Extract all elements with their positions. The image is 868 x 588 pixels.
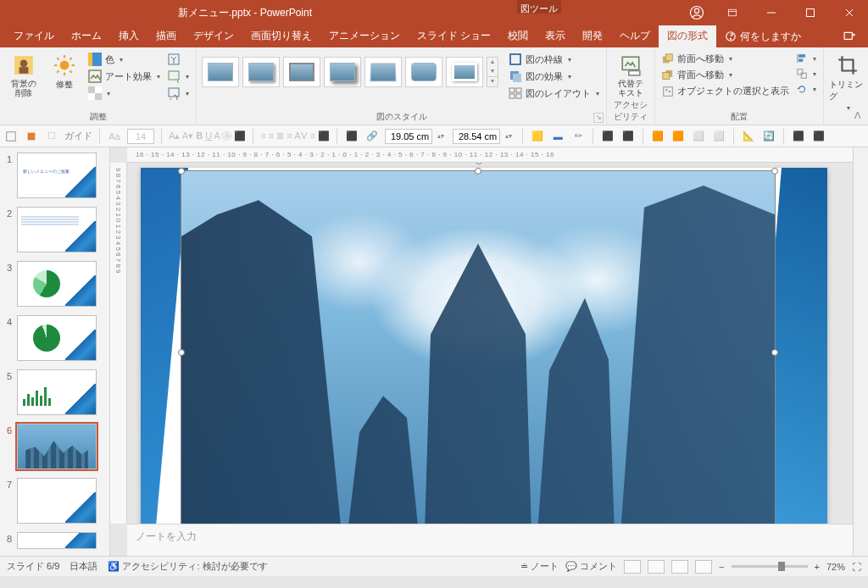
style-thumb[interactable] xyxy=(202,57,239,87)
thumbnail-1[interactable]: 新しいメニューのご提案 xyxy=(17,153,97,198)
style-thumb[interactable] xyxy=(324,57,361,87)
qat-icon[interactable]: 📐 xyxy=(741,129,756,144)
zoom-value[interactable]: 72% xyxy=(826,562,845,572)
normal-view-button[interactable] xyxy=(624,560,641,574)
qat-icon[interactable] xyxy=(24,129,39,144)
collapse-ribbon-icon[interactable]: ᐱ xyxy=(854,110,861,121)
rotate-button[interactable]: ▾ xyxy=(794,82,818,96)
style-thumb[interactable] xyxy=(283,57,320,87)
font-size-field[interactable] xyxy=(127,129,154,144)
sorter-view-button[interactable] xyxy=(648,560,665,574)
picture-border-button[interactable]: 図の枠線▾ xyxy=(507,52,601,67)
account-icon[interactable] xyxy=(682,0,712,25)
qat-icon[interactable]: ▬ xyxy=(550,129,565,144)
picture-styles-gallery[interactable]: ▴▾▾ xyxy=(202,50,498,87)
vertical-scrollbar[interactable] xyxy=(853,147,868,556)
zoom-in[interactable]: + xyxy=(815,562,820,572)
tab-help[interactable]: ヘルプ xyxy=(611,25,659,48)
resize-handle[interactable] xyxy=(178,168,185,175)
thumbnail-7[interactable] xyxy=(17,478,97,524)
picture-layout-button[interactable]: 図のレイアウト▾ xyxy=(507,86,601,101)
resize-handle[interactable] xyxy=(771,168,778,175)
tab-transitions[interactable]: 画面切り替え xyxy=(242,25,320,48)
qat-icon[interactable]: ⬛ xyxy=(600,129,615,144)
transparency-button[interactable]: ▾ xyxy=(86,86,162,101)
color-button[interactable]: 色▾ xyxy=(86,52,162,67)
gallery-more-button[interactable]: ▴▾▾ xyxy=(487,57,498,87)
rotation-handle[interactable] xyxy=(475,163,483,164)
notes-toggle[interactable]: ≐ ノート xyxy=(520,560,559,573)
qat-icon[interactable]: 🔗 xyxy=(364,129,380,144)
thumbnail-3[interactable] xyxy=(17,261,97,307)
qat-icon[interactable]: ⬛ xyxy=(344,129,359,144)
artistic-effects-button[interactable]: アート効果▾ xyxy=(86,69,162,84)
fit-window-button[interactable]: ⛶ xyxy=(852,562,861,572)
tab-draw[interactable]: 描画 xyxy=(147,25,185,48)
crop-button[interactable]: トリミング▾ xyxy=(829,50,866,112)
tab-review[interactable]: 校閲 xyxy=(499,25,537,48)
selection-pane-button[interactable]: オブジェクトの選択と表示 xyxy=(660,84,791,98)
accessibility-indicator[interactable]: ♿ アクセシビリティ: 検討が必要です xyxy=(108,560,267,573)
reading-view-button[interactable] xyxy=(671,560,688,574)
tab-format[interactable]: 図の形式 xyxy=(659,25,716,48)
share-button[interactable] xyxy=(843,30,868,43)
zoom-out[interactable]: − xyxy=(719,562,724,572)
slide-canvas[interactable] xyxy=(127,163,853,524)
qat-icon[interactable]: ⬜ xyxy=(711,129,726,144)
tab-slideshow[interactable]: スライド ショー xyxy=(409,25,499,48)
style-thumb[interactable] xyxy=(405,57,442,87)
qat-icon[interactable] xyxy=(3,129,19,144)
picture-effects-button[interactable]: 図の効果▾ xyxy=(507,69,601,84)
qat-icon[interactable]: 🟧 xyxy=(670,129,686,144)
language-indicator[interactable]: 日本語 xyxy=(70,560,97,573)
qat-icon[interactable]: ⬜ xyxy=(691,129,706,144)
change-picture-button[interactable]: ▾ xyxy=(165,69,191,84)
style-thumb[interactable] xyxy=(364,57,402,87)
tab-file[interactable]: ファイル xyxy=(5,25,63,48)
tab-animations[interactable]: アニメーション xyxy=(320,25,409,48)
thumbnail-4[interactable] xyxy=(17,315,97,361)
qat-icon[interactable]: ✏ xyxy=(570,129,586,144)
tab-design[interactable]: デザイン xyxy=(185,25,242,48)
slideshow-view-button[interactable] xyxy=(695,560,712,574)
tab-home[interactable]: ホーム xyxy=(63,25,110,48)
minimize-button[interactable] xyxy=(753,0,790,25)
resize-handle[interactable] xyxy=(771,349,778,356)
bring-forward-button[interactable]: 前面へ移動▾ xyxy=(660,52,791,66)
group-button[interactable]: ▾ xyxy=(794,67,818,80)
corrections-button[interactable]: 修整 xyxy=(46,50,83,91)
qat-checkbox[interactable]: ☐ xyxy=(44,129,59,144)
qat-icon[interactable]: ⬛ xyxy=(811,129,826,144)
send-backward-button[interactable]: 背面へ移動▾ xyxy=(660,68,791,82)
close-button[interactable] xyxy=(831,0,868,25)
maximize-button[interactable] xyxy=(792,0,829,25)
reset-picture-button[interactable]: ▾ xyxy=(165,86,191,101)
compress-button[interactable] xyxy=(165,52,191,67)
style-thumb[interactable] xyxy=(446,57,483,87)
zoom-slider[interactable] xyxy=(732,565,808,568)
dialog-launcher[interactable]: ↘ xyxy=(593,113,604,123)
remove-background-button[interactable]: 背景の 削除 xyxy=(5,50,42,97)
tab-developer[interactable]: 開発 xyxy=(574,25,611,48)
align-button[interactable]: ▾ xyxy=(794,52,818,65)
qat-icon[interactable]: 🔄 xyxy=(761,129,776,144)
comments-toggle[interactable]: 💬 コメント xyxy=(565,560,617,573)
tab-insert[interactable]: 挿入 xyxy=(110,25,147,48)
selected-picture[interactable] xyxy=(181,171,775,524)
thumbnail-8[interactable] xyxy=(17,532,97,549)
alt-text-button[interactable]: 代替テ キスト xyxy=(612,50,649,97)
resize-handle[interactable] xyxy=(475,168,481,175)
qat-icon[interactable]: ⬛ xyxy=(620,129,636,144)
style-thumb[interactable] xyxy=(242,57,280,87)
qat-icon[interactable]: 🟨 xyxy=(530,129,545,144)
qat-icon[interactable]: ⬛ xyxy=(791,129,806,144)
thumbnail-6[interactable] xyxy=(17,424,97,469)
tab-view[interactable]: 表示 xyxy=(537,25,574,48)
thumbnail-5[interactable] xyxy=(17,369,97,415)
resize-handle[interactable] xyxy=(178,349,185,356)
qat-height-field[interactable] xyxy=(385,129,432,144)
notes-pane[interactable]: ノートを入力 xyxy=(127,524,853,556)
slide-indicator[interactable]: スライド 6/9 xyxy=(7,560,59,573)
qat-icon[interactable]: 🟧 xyxy=(650,129,665,144)
qat-width-field[interactable] xyxy=(453,129,500,144)
